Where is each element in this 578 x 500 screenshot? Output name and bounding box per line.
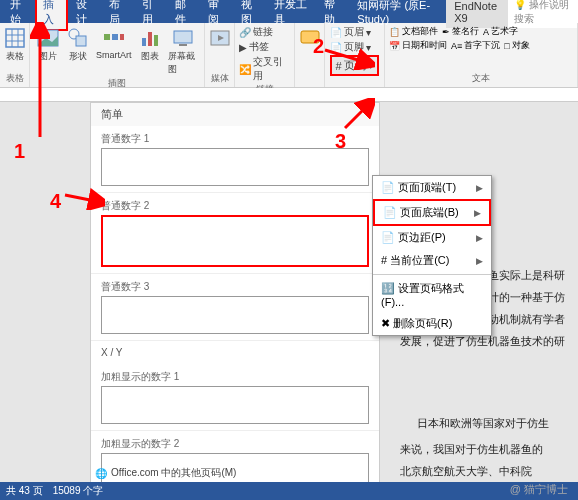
pagecode-button[interactable]: # 页码 ▾ bbox=[330, 55, 378, 76]
annotation-2: 2 bbox=[313, 35, 324, 58]
media-button[interactable] bbox=[206, 25, 234, 51]
svg-rect-12 bbox=[142, 38, 146, 46]
document-area: 简单 普通数字 1 普通数字 2 普通数字 3 X / Y 加粗显示的数字 1 … bbox=[0, 102, 578, 500]
pagecode-gallery[interactable]: 简单 普通数字 1 普通数字 2 普通数字 3 X / Y 加粗显示的数字 1 … bbox=[90, 102, 380, 500]
annotation-3: 3 bbox=[335, 130, 346, 153]
gallery-section-xy: X / Y bbox=[91, 341, 379, 364]
preview-plain3[interactable] bbox=[101, 296, 369, 334]
datetime-button[interactable]: 📅 日期和时间 bbox=[389, 39, 447, 52]
ribbon-tabs: 开始 插入 设计 布局 引用 邮件 审阅 视图 开发工具 帮助 知网研学 (原E… bbox=[0, 0, 578, 23]
watermark: @ 猫宁博士 bbox=[510, 482, 568, 497]
svg-rect-13 bbox=[148, 32, 152, 46]
menu-pagemargin[interactable]: 📄 页边距(P)▶ bbox=[373, 226, 491, 249]
svg-rect-11 bbox=[120, 34, 124, 40]
preview-plain1-label: 普通数字 1 bbox=[101, 132, 369, 146]
docparts-button[interactable]: 📋 文档部件 bbox=[389, 25, 438, 38]
office-more-pagecode[interactable]: 🌐 Office.com 中的其他页码(M) bbox=[95, 466, 236, 480]
menu-pagebottom[interactable]: 📄 页面底端(B)▶ bbox=[373, 199, 491, 226]
preview-plain2-label: 普通数字 2 bbox=[101, 199, 369, 213]
annotation-4: 4 bbox=[50, 190, 61, 213]
svg-rect-15 bbox=[174, 31, 192, 43]
dropcap-button[interactable]: A≡ 首字下沉 bbox=[451, 39, 500, 52]
pic-button[interactable]: 图片 bbox=[34, 25, 62, 77]
preview-bold2-label: 加粗显示的数字 2 bbox=[101, 437, 369, 451]
preview-plain2[interactable] bbox=[101, 215, 369, 267]
status-words: 15089 个字 bbox=[53, 484, 104, 498]
wordart-button[interactable]: A 艺术字 bbox=[483, 25, 518, 38]
status-pages: 共 43 页 bbox=[6, 484, 43, 498]
preview-bold1[interactable] bbox=[101, 386, 369, 424]
gallery-section-simple: 简单 bbox=[91, 103, 379, 126]
shape-button[interactable]: 形状 bbox=[64, 25, 92, 77]
link-button[interactable]: 🔗 链接 bbox=[239, 25, 290, 39]
header-button[interactable]: 📄 页眉 ▾ bbox=[330, 25, 378, 39]
svg-rect-8 bbox=[76, 36, 86, 46]
object-button[interactable]: □ 对象 bbox=[504, 39, 529, 52]
menu-format[interactable]: 🔢 设置页码格式(F)... bbox=[373, 277, 491, 312]
group-table-label: 表格 bbox=[6, 72, 24, 85]
ruler bbox=[0, 88, 578, 102]
group-text-label: 文本 bbox=[472, 72, 490, 85]
annotation-1: 1 bbox=[14, 140, 25, 163]
svg-rect-9 bbox=[104, 34, 110, 40]
table-button[interactable]: 表格 bbox=[1, 25, 29, 64]
svg-rect-10 bbox=[112, 34, 118, 40]
status-bar: 共 43 页 15089 个字 bbox=[0, 482, 578, 500]
pagecode-menu: 📄 页面顶端(T)▶ 📄 页面底端(B)▶ 📄 页边距(P)▶ # 当前位置(C… bbox=[372, 175, 492, 336]
ribbon: 表格 表格 图片 形状 SmartArt 图表 屏幕截图 插图 媒体 🔗 链接 … bbox=[0, 23, 578, 88]
svg-rect-16 bbox=[179, 44, 187, 46]
preview-plain3-label: 普通数字 3 bbox=[101, 280, 369, 294]
svg-point-6 bbox=[42, 34, 46, 38]
smartart-button[interactable]: SmartArt bbox=[94, 25, 134, 77]
svg-rect-0 bbox=[6, 29, 24, 47]
menu-currentpos[interactable]: # 当前位置(C)▶ bbox=[373, 249, 491, 272]
group-media-label: 媒体 bbox=[211, 72, 229, 85]
sigline-button[interactable]: ✒ 签名行 bbox=[442, 25, 479, 38]
screenshot-button[interactable]: 屏幕截图 bbox=[166, 25, 200, 77]
menu-pagetop[interactable]: 📄 页面顶端(T)▶ bbox=[373, 176, 491, 199]
footer-button[interactable]: 📄 页脚 ▾ bbox=[330, 40, 378, 54]
preview-plain1[interactable] bbox=[101, 148, 369, 186]
menu-delete[interactable]: ✖ 删除页码(R) bbox=[373, 312, 491, 335]
chart-button[interactable]: 图表 bbox=[136, 25, 164, 77]
svg-rect-14 bbox=[154, 35, 158, 46]
crossref-button[interactable]: 🔀 交叉引用 bbox=[239, 55, 290, 83]
bookmark-button[interactable]: ▶ 书签 bbox=[239, 40, 290, 54]
preview-bold1-label: 加粗显示的数字 1 bbox=[101, 370, 369, 384]
